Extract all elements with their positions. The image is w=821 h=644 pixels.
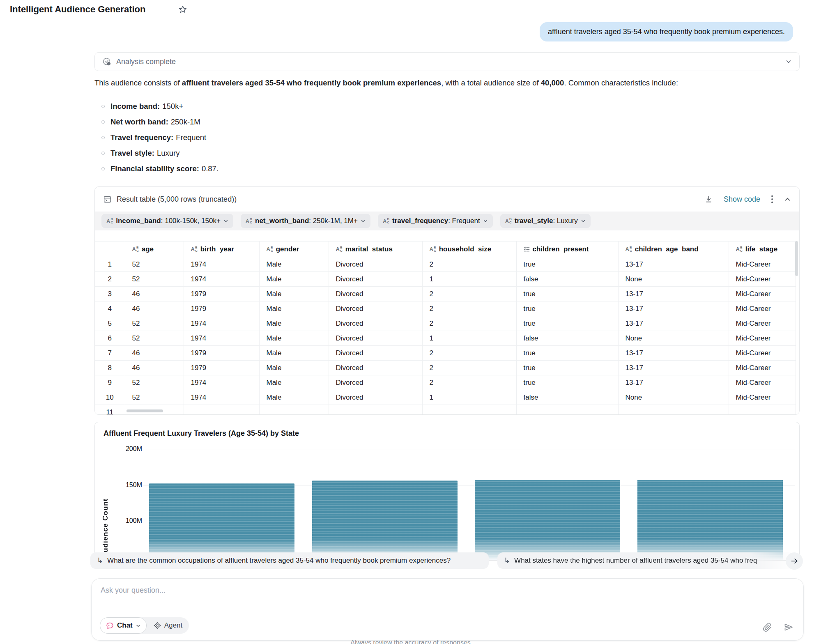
table-cell: 2 (422, 257, 516, 272)
filter-chip-net_worth_band[interactable]: ABCnet_worth_band: 250k-1M, 1M+ (241, 214, 370, 228)
vertical-scrollbar[interactable] (795, 241, 798, 276)
column-header-children_age_band[interactable]: ABCchildren_age_band (618, 242, 729, 257)
column-header-marital_status[interactable]: ABCmarital_status (329, 242, 422, 257)
column-header-gender[interactable]: ABCgender (259, 242, 329, 257)
table-cell: 13-17 (618, 287, 729, 301)
result-data-table: ABCageABCbirth_yearABCgenderABCmarital_s… (95, 241, 796, 415)
table-row: 1521974MaleDivorced2true13-17Mid-Career (95, 257, 796, 272)
horizontal-scrollbar[interactable] (126, 409, 163, 412)
table-cell: Male (259, 346, 329, 361)
chevron-down-icon (361, 218, 366, 223)
table-cell: Male (259, 287, 329, 301)
column-header-children_present[interactable]: children_present (516, 242, 618, 257)
show-code-button[interactable]: Show code (724, 195, 760, 204)
table-cell: Mid-Career (729, 390, 796, 405)
table-cell (184, 405, 259, 415)
table-row: 11 (95, 405, 796, 415)
characteristics-list: Income band:150k+Net worth band:250k-1MT… (101, 99, 218, 177)
favorite-star-icon[interactable] (178, 5, 187, 14)
table-cell: true (516, 257, 618, 272)
text-type-icon: ABC (246, 218, 252, 224)
table-cell: Male (259, 272, 329, 287)
mode-agent-button[interactable]: Agent (147, 621, 189, 630)
collapse-chevron-up-icon[interactable] (784, 196, 791, 203)
question-input[interactable] (101, 586, 676, 595)
accuracy-disclaimer: Always review the accuracy of responses (0, 639, 821, 644)
row-number: 2 (95, 272, 125, 287)
table-cell: 13-17 (618, 361, 729, 375)
table-cell: Divorced (329, 316, 422, 331)
table-cell: true (516, 316, 618, 331)
table-cell: 52 (125, 257, 184, 272)
table-cell (329, 405, 422, 415)
table-row: 10521974MaleDivorced1falseNoneMid-Career (95, 390, 796, 405)
table-cell: Male (259, 390, 329, 405)
table-cell: Mid-Career (729, 346, 796, 361)
row-number: 4 (95, 301, 125, 316)
bullet-icon (101, 105, 105, 108)
page-title: Intelligent Audience Generation (10, 4, 145, 15)
column-header-birth_year[interactable]: ABCbirth_year (184, 242, 259, 257)
attach-paperclip-icon[interactable] (763, 623, 772, 632)
y-axis-tick: 200M (107, 445, 142, 453)
table-cell: true (516, 287, 618, 301)
check-circle-icon (102, 57, 112, 67)
bullet-icon (101, 120, 105, 124)
column-header-age[interactable]: ABCage (125, 242, 184, 257)
suggestion-row: ↳What are the common occupations of affl… (90, 552, 804, 570)
table-cell: Divorced (329, 331, 422, 346)
table-row: 6521974MaleDivorced1falseNoneMid-Career (95, 331, 796, 346)
analysis-status-bar[interactable]: Analysis complete (94, 52, 800, 71)
chart-bar (475, 480, 620, 561)
table-cell: None (618, 272, 729, 287)
table-cell: Male (259, 331, 329, 346)
y-axis-tick: 150M (107, 481, 142, 489)
table-cell: 2 (422, 301, 516, 316)
table-cell-icon (103, 195, 112, 204)
mode-chat-button[interactable]: Chat (100, 617, 147, 634)
suggested-question-chip[interactable]: ↳What are the common occupations of affl… (90, 552, 489, 569)
table-cell: 1 (422, 272, 516, 287)
chevron-down-icon (483, 218, 488, 223)
table-cell: 46 (125, 301, 184, 316)
kebab-menu-icon[interactable] (771, 195, 773, 204)
row-number: 5 (95, 316, 125, 331)
table-cell: 13-17 (618, 301, 729, 316)
table-cell: Mid-Career (729, 375, 796, 390)
table-cell: 2 (422, 287, 516, 301)
filter-chip-travel_frequency[interactable]: ABCtravel_frequency: Frequent (378, 214, 493, 228)
text-type-icon: ABC (626, 246, 632, 253)
chevron-down-icon[interactable] (785, 58, 792, 65)
next-suggestions-button[interactable] (786, 552, 803, 570)
bullet-icon (101, 136, 105, 139)
result-table-header: Result table (5,000 rows (truncated)) Sh… (95, 187, 799, 212)
table-cell: true (516, 375, 618, 390)
send-icon[interactable] (784, 622, 793, 632)
bullet-icon (101, 167, 105, 170)
result-table-card: Result table (5,000 rows (truncated)) Sh… (94, 186, 800, 415)
table-cell: true (516, 361, 618, 375)
table-cell: 46 (125, 346, 184, 361)
table-cell (259, 405, 329, 415)
column-header-household_size[interactable]: ABChousehold_size (422, 242, 516, 257)
summary-paragraph: This audience consists of affluent trave… (94, 78, 800, 88)
table-cell: 13-17 (618, 375, 729, 390)
table-cell: 1979 (184, 346, 259, 361)
table-cell: 52 (125, 390, 184, 405)
text-type-icon: ABC (736, 246, 743, 253)
table-cell (618, 405, 729, 415)
chevron-down-icon (581, 218, 586, 223)
download-icon[interactable] (704, 195, 713, 204)
y-axis-tick: 100M (107, 517, 142, 524)
status-text: Analysis complete (116, 58, 176, 66)
column-header-life_stage[interactable]: ABClife_stage (729, 242, 796, 257)
user-message-bubble: affluent travelers aged 35-54 who freque… (540, 22, 793, 41)
table-cell: Mid-Career (729, 331, 796, 346)
filter-chip-income_band[interactable]: ABCincome_band: 100k-150k, 150k+ (101, 214, 233, 228)
table-cell: Mid-Career (729, 316, 796, 331)
table-cell: 1974 (184, 375, 259, 390)
table-row: 8461979MaleDivorced2true13-17Mid-Career (95, 361, 796, 375)
filter-chip-travel_style[interactable]: ABCtravel_style: Luxury (500, 214, 591, 228)
suggested-question-chip[interactable]: ↳What states have the highest number of … (497, 552, 804, 569)
chat-bubble-icon (106, 621, 114, 630)
